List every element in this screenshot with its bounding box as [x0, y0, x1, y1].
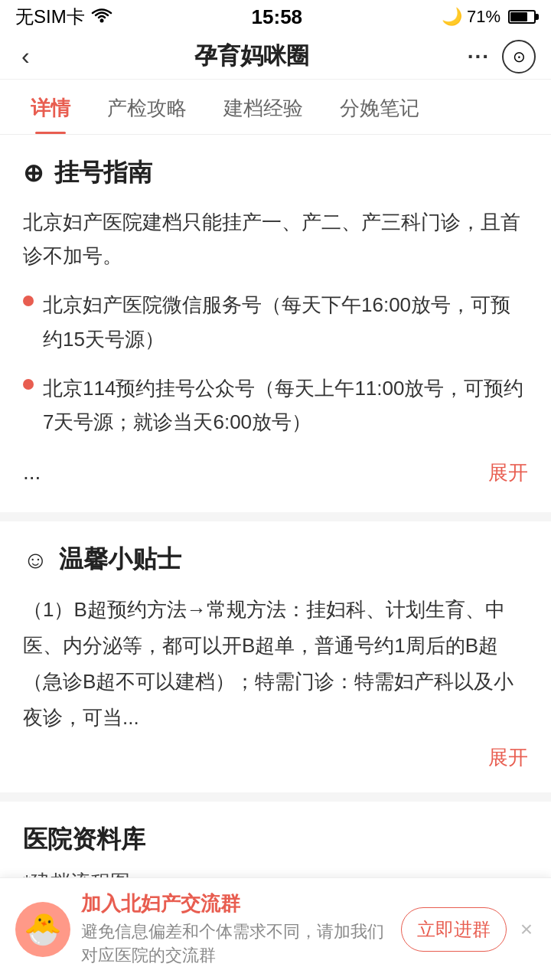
wifi-icon — [91, 6, 112, 28]
section2-title: ☺ 温馨小贴士 — [23, 543, 528, 577]
section2-text: （1）B超预约方法→常规方法：挂妇科、计划生育、中医、内分泌等，都可以开B超单，… — [23, 592, 528, 735]
banner-title: 加入北妇产交流群 — [81, 890, 390, 917]
page-title: 孕育妈咪圈 — [194, 41, 309, 72]
tips-icon: ☺ — [23, 546, 48, 574]
moon-icon: 🌙 — [442, 7, 462, 27]
section1-title: ⊕ 挂号指南 — [23, 156, 528, 190]
expand-button-1[interactable]: 展开 — [488, 459, 528, 486]
section-tips: ☺ 温馨小贴士 （1）B超预约方法→常规方法：挂妇科、计划生育、中医、内分泌等，… — [0, 521, 551, 802]
more-button[interactable]: ··· — [468, 44, 490, 69]
list-item: 北京妇产医院微信服务号（每天下午16:00放号，可预约15天号源） — [23, 288, 528, 355]
bottom-banner: 🐣 加入北妇产交流群 避免信息偏差和个体需求不同，请加我们对应医院的交流群 立即… — [0, 877, 551, 980]
banner-join-button[interactable]: 立即进群 — [401, 907, 507, 952]
nav-bar: ‹ 孕育妈咪圈 ··· ⊙ — [0, 34, 551, 80]
status-left: 无SIM卡 — [15, 5, 112, 29]
banner-avatar-emoji: 🐣 — [24, 911, 62, 947]
banner-avatar: 🐣 — [15, 902, 70, 957]
section1-intro: 北京妇产医院建档只能挂产一、产二、产三科门诊，且首诊不加号。 — [23, 205, 528, 273]
banner-desc: 避免信息偏差和个体需求不同，请加我们对应医院的交流群 — [81, 920, 390, 968]
battery-icon — [508, 10, 536, 24]
svg-point-0 — [99, 19, 103, 23]
bullet-dot — [23, 379, 34, 390]
registration-icon: ⊕ — [23, 158, 44, 188]
tab-delivery[interactable]: 分娩笔记 — [321, 80, 438, 134]
section-registration: ⊕ 挂号指南 北京妇产医院建档只能挂产一、产二、产三科门诊，且首诊不加号。 北京… — [0, 135, 551, 521]
carrier-label: 无SIM卡 — [15, 5, 85, 29]
nav-right: ··· ⊙ — [468, 40, 536, 74]
banner-close-button[interactable]: × — [517, 914, 536, 945]
record-icon: ⊙ — [513, 47, 526, 66]
list-item: 北京114预约挂号公众号（每天上午11:00放号，可预约7天号源；就诊当天6:0… — [23, 371, 528, 439]
bullet-list: 北京妇产医院微信服务号（每天下午16:00放号，可预约15天号源） 北京114预… — [23, 288, 528, 439]
status-right: 🌙 71% — [442, 7, 536, 27]
main-content: ⊕ 挂号指南 北京妇产医院建档只能挂产一、产二、产三科门诊，且首诊不加号。 北京… — [0, 135, 551, 980]
tab-bar: 详情 产检攻略 建档经验 分娩笔记 — [0, 80, 551, 135]
battery-percent: 71% — [467, 7, 500, 27]
status-bar: 无SIM卡 15:58 🌙 71% — [0, 0, 551, 34]
expand-button-2[interactable]: 展开 — [488, 744, 528, 771]
ellipsis-indicator: ... — [23, 460, 41, 485]
bullet-dot — [23, 296, 34, 306]
back-button[interactable]: ‹ — [15, 39, 36, 74]
tab-prenatal[interactable]: 产检攻略 — [89, 80, 205, 134]
tab-detail[interactable]: 详情 — [12, 80, 89, 134]
banner-text: 加入北妇产交流群 避免信息偏差和个体需求不同，请加我们对应医院的交流群 — [81, 890, 390, 968]
status-time: 15:58 — [252, 5, 303, 29]
hospital-title: 医院资料库 — [23, 823, 528, 857]
record-button[interactable]: ⊙ — [502, 40, 536, 74]
tab-archive[interactable]: 建档经验 — [205, 80, 321, 134]
expand-row-2: 展开 — [23, 744, 528, 771]
